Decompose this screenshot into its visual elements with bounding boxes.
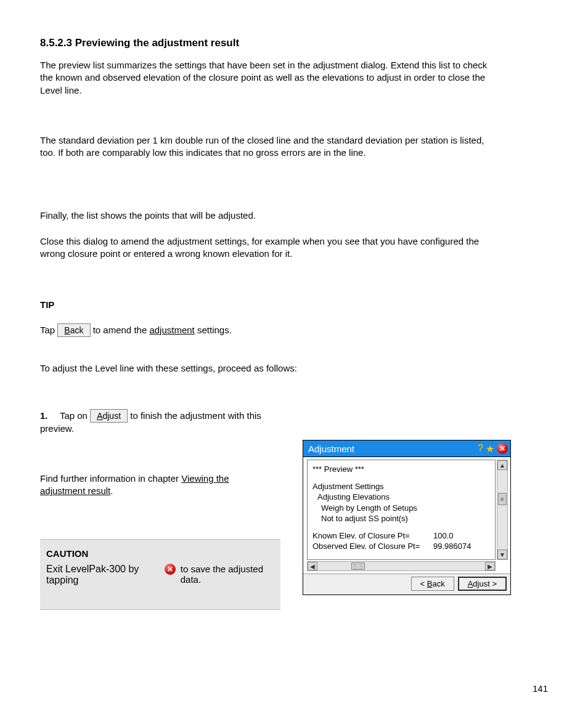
proceed-text: To adjust the Level line with these sett… [40,362,496,375]
kv-row: Observed Elev. of Closure Pt= 99.986074 [312,541,491,552]
preview-text-area: *** Preview *** Adjustment Settings Adju… [307,460,496,560]
horizontal-scrollbar[interactable]: ◀ ⋮⋮ ▶ [307,561,496,571]
page-title: 8.5.2.3 Previewing the adjustment result [40,37,239,49]
caution-text-after: to save the adjusted data. [181,564,274,585]
adjust-button[interactable]: Adjust > [458,577,507,591]
kv-row: Known Elev. of Closure Pt= 100.0 [312,530,491,542]
body-paragraph: Close this dialog to amend the adjustmen… [40,235,496,261]
caution-box: CAUTION Exit LevelPak-300 by tapping ✕ t… [40,539,280,610]
text-run: settings. [195,325,232,335]
kv-value: 100.0 [433,530,454,542]
setting-line: Adjusting Elevations [312,492,491,503]
help-icon[interactable]: ? [478,443,483,454]
preview-header: *** Preview *** [312,464,491,475]
scroll-left-arrow-icon[interactable]: ◀ [308,562,317,570]
scroll-down-arrow-icon[interactable]: ▼ [497,550,507,559]
caution-text-before: Exit LevelPak-300 by tapping [46,564,160,586]
scroll-thumb[interactable]: ≡ [498,493,507,505]
favorite-icon[interactable]: ★ [486,443,494,455]
see-also-text: Find further information in chapter View… [40,473,274,498]
body-paragraph: Finally, the list shows the points that … [40,209,496,222]
page-number: 141 [533,683,548,694]
text-run: to amend the [91,325,150,335]
text-run: Tap [40,325,57,335]
caution-label: CAUTION [46,548,274,559]
setting-line: Weigh by Length of Setups [312,503,491,514]
back-button[interactable]: < Back [411,577,454,591]
scroll-right-arrow-icon[interactable]: ▶ [485,562,495,570]
step-number: 1. [40,410,57,422]
section-header: Adjustment Settings [312,481,491,492]
kv-value: 99.986074 [433,541,471,552]
kv-label: Observed Elev. of Closure Pt= [312,541,433,552]
text-run: . [110,485,113,496]
tip-label: TIP [40,299,496,311]
adjustment-link[interactable]: adjustment [149,325,194,335]
btn-text: ack [70,325,84,335]
dialog-title: Adjustment [303,444,478,454]
text-run: Exit LevelPak-300 by tapping [46,564,139,585]
close-icon: ✕ [165,564,176,575]
scroll-up-arrow-icon[interactable]: ▲ [497,460,507,470]
body-paragraph: The standard deviation per 1 km double r… [40,134,496,160]
dialog-footer: < Back Adjust > [303,574,510,594]
text-run: Tap on [60,410,90,421]
dialog-body: *** Preview *** Adjustment Settings Adju… [303,456,510,574]
back-button-inline: Back [57,323,90,337]
scroll-thumb[interactable]: ⋮⋮ [351,562,365,570]
body-paragraph: The preview list summarizes the settings… [40,59,496,97]
tip-text: Tap Back to amend the adjustment setting… [40,323,496,337]
step-item: 1. Tap on Adjust to finish the adjustmen… [40,409,274,435]
kv-label: Known Elev. of Closure Pt= [312,530,433,542]
scroll-track[interactable]: ⋮⋮ [317,562,485,570]
adjust-button-inline: Adjust [90,409,128,423]
setting-line: Not to adjust SS point(s) [312,513,491,524]
scroll-track[interactable]: ≡ [497,471,507,549]
text-run: Find further information in chapter [40,473,181,484]
adjustment-dialog: Adjustment ? ★ ✕ *** Preview *** Adjustm… [303,440,511,595]
dialog-titlebar: Adjustment ? ★ ✕ [303,440,510,456]
close-icon[interactable]: ✕ [497,443,508,454]
vertical-scrollbar[interactable]: ▲ ≡ ▼ [497,460,508,560]
